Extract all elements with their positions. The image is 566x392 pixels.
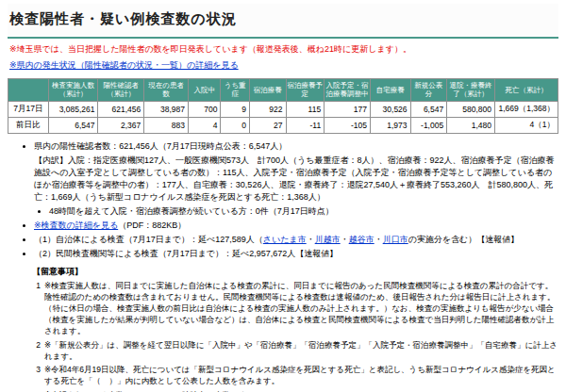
table-row-daily-change: 前日比 6,547 2,367 883 4 0 27 -11 -105 1,97… [8, 117, 558, 133]
pdf-size-label: （PDF：882KB） [118, 220, 186, 230]
city-separator: ・ [341, 235, 349, 244]
positives-summary-text: 県内の陽性確認者数：621,456人（7月17日現時点公表：6,547人） [34, 141, 287, 151]
details-list: 県内の陽性確認者数：621,456人（7月17日現時点公表：6,547人） 【内… [8, 140, 558, 260]
note-number: 1 [32, 281, 41, 336]
table-cell: 2,367 [98, 117, 144, 133]
adjustment-over-48h-item: 48時間を超えて入院・宿泊療養調整が続いている方：0件（7月17日時点） [49, 205, 558, 218]
table-corner-header [8, 79, 49, 102]
table-cell: 30,526 [370, 101, 410, 117]
col-header-hospitalized: 入院中 [188, 79, 221, 102]
table-cell: 700 [188, 101, 221, 117]
same-day-update-notice: ※埼玉県では、当日把握した陽性者の数を即日発表しています（報道発表後、概ね21時… [9, 43, 558, 56]
table-cell: 1,480 [447, 117, 495, 133]
private-lab-tests-item: （2）民間検査機関等による検査（7月17日まで）：延べ2,957,672人【速報… [34, 248, 558, 260]
note-text: ※令和4年6月19日以降、死亡については「新型コロナウイルス感染症を死因とする死… [44, 365, 558, 387]
page-header: 検査陽性者・疑い例検査数の状況 [8, 4, 558, 39]
table-cell: 3,085,261 [48, 101, 98, 117]
table-cell: 1,669（1,368） [494, 101, 558, 117]
status-detail-link[interactable]: ※県内の発生状況（陽性確認者の状況・一覧）の詳細を見る [9, 60, 239, 70]
note-number: 3 [32, 365, 41, 387]
col-header-positives-total: 陽性確認者（累計） [98, 79, 144, 102]
table-cell: 6,547 [48, 117, 98, 133]
table-cell: 9 [221, 101, 249, 117]
table-cell: 4 [188, 117, 221, 133]
table-cell: -1,005 [410, 117, 447, 133]
note-text: ※検査実施人数は、同日までに実施した自治体による検査の累計に、同日までに報告のあ… [44, 281, 558, 336]
city-link-kawaguchi[interactable]: 川口市 [383, 235, 408, 244]
table-cell: 883 [144, 117, 189, 133]
table-cell: -11 [286, 117, 325, 133]
test-positive-status-table: 検査実施人数（累計） 陽性確認者（累計） 現在の患者数 入院中 うち重症 宿泊療… [8, 78, 558, 134]
table-cell: 1,973 [370, 117, 410, 133]
test-count-pdf-link[interactable]: ※検査数の詳細を見る [34, 220, 118, 230]
city-separator: ・ [307, 235, 315, 244]
city-link-kawagoe[interactable]: 川越市 [315, 235, 341, 244]
table-cell: 621,456 [98, 101, 144, 117]
page-title: 検査陽性者・疑い例検査数の状況 [9, 10, 557, 28]
municipal-tests-text: （1）自治体による検査（7月17日まで）：延べ127,589人（ [34, 235, 263, 244]
test-count-pdf-item: ※検査数の詳細を見る（PDF：882KB） [34, 220, 558, 232]
sub-details-list: 48時間を超えて入院・宿泊療養調整が続いている方：0件（7月17日時点） [34, 205, 558, 218]
col-header-home-care: 自宅療養 [370, 79, 410, 102]
col-header-care-adjusting: 入院予定・宿泊療養調整中 [325, 79, 371, 102]
status-link-line: ※県内の発生状況（陽性確認者の状況・一覧）の詳細を見る [9, 59, 558, 72]
row-label: 7月17日 [8, 101, 49, 117]
table-cell: 115 [286, 101, 325, 117]
col-header-tests-total: 検査実施人数（累計） [48, 79, 98, 102]
table-cell: 922 [249, 101, 286, 117]
col-header-discharged-total: 退院・療養終了（累計） [447, 79, 495, 102]
municipal-tests-item: （1）自治体による検査（7月17日まで）：延べ127,589人（さいたま市・川越… [34, 234, 558, 246]
city-link-saitama[interactable]: さいたま市 [263, 235, 307, 244]
col-header-current-patients: 現在の患者数 [144, 79, 189, 102]
table-cell: 580,800 [447, 101, 495, 117]
note-item-2: 2 ※「新規公表分」は、調整を経て翌日以降に「入院中」や「宿泊療養」「宿泊療養予… [32, 340, 558, 363]
table-cell: 6,547 [410, 101, 447, 117]
municipal-tests-suffix: の実施分を含む）【速報値】 [408, 235, 520, 244]
note-number: 2 [32, 340, 41, 363]
col-header-hotel-care-planned: 宿泊療養予定 [286, 79, 325, 102]
table-cell: 4（1） [494, 117, 558, 133]
table-cell: -105 [325, 117, 371, 133]
note-item-3: 3 ※令和4年6月19日以降、死亡については「新型コロナウイルス感染症を死因とす… [32, 365, 558, 387]
breakdown-paragraph: 【内訳】入院：指定医療機関127人、一般医療機関573人 計700人（うち最重症… [34, 155, 558, 204]
col-header-severe: うち重症 [221, 79, 249, 102]
col-header-hotel-care: 宿泊療養 [249, 79, 286, 102]
table-cell: 27 [249, 117, 286, 133]
note-item-1: 1 ※検査実施人数は、同日までに実施した自治体による検査の累計に、同日までに報告… [32, 281, 558, 336]
positives-summary-item: 県内の陽性確認者数：621,456人（7月17日現時点公表：6,547人） 【内… [34, 140, 558, 218]
table-cell: 177 [325, 101, 371, 117]
notes-heading: 【留意事項】 [32, 266, 558, 278]
col-header-newly-announced: 新規公表分 [410, 79, 447, 102]
note-text: ※「新規公表分」は、調整を経て翌日以降に「入院中」や「宿泊療養」「宿泊療養予定」… [44, 340, 558, 363]
page-container: 検査陽性者・疑い例検査数の状況 ※埼玉県では、当日把握した陽性者の数を即日発表し… [0, 0, 566, 392]
row-label: 前日比 [8, 117, 49, 133]
table-cell: 0 [221, 117, 249, 133]
city-link-koshigaya[interactable]: 越谷市 [349, 235, 375, 244]
table-row-today: 7月17日 3,085,261 621,456 38,987 700 9 922… [8, 101, 558, 117]
table-header-row: 検査実施人数（累計） 陽性確認者（累計） 現在の患者数 入院中 うち重症 宿泊療… [8, 79, 558, 102]
col-header-deaths-total: 死亡（累計） [494, 79, 558, 102]
city-separator: ・ [375, 235, 383, 244]
table-cell: 38,987 [144, 101, 189, 117]
